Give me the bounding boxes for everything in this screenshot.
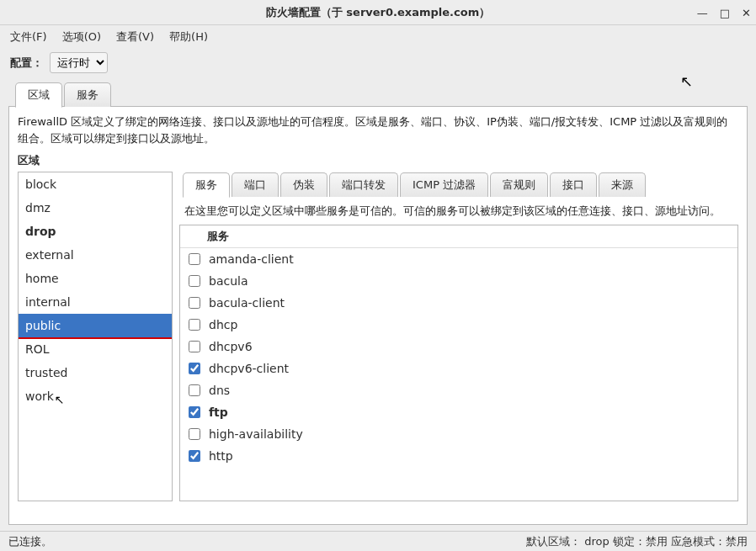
service-row-dns[interactable]: dns bbox=[180, 379, 737, 401]
subtab-portfwd[interactable]: 端口转发 bbox=[329, 172, 398, 197]
minimize-button[interactable]: — bbox=[697, 7, 708, 19]
window-titlebar: 防火墙配置（于 server0.example.com） — □ ✕ bbox=[0, 0, 756, 25]
config-select[interactable]: 运行时 bbox=[50, 52, 108, 73]
services-panel: 服务 amanda-clientbaculabacula-clientdhcpd… bbox=[179, 225, 738, 502]
service-checkbox-amanda-client[interactable] bbox=[189, 253, 200, 265]
zone-item-block[interactable]: block bbox=[19, 172, 172, 196]
service-label: dns bbox=[209, 384, 230, 397]
service-checkbox-ftp[interactable] bbox=[189, 406, 200, 418]
close-button[interactable]: ✕ bbox=[742, 7, 751, 19]
service-label: bacula-client bbox=[209, 296, 285, 310]
service-row-bacula-client[interactable]: bacula-client bbox=[180, 292, 737, 314]
zone-list[interactable]: blockdmzdropexternalhomeinternalpublicRO… bbox=[18, 172, 173, 501]
maximize-button[interactable]: □ bbox=[720, 7, 730, 19]
service-checkbox-dns[interactable] bbox=[189, 384, 200, 396]
services-description: 在这里您可以定义区域中哪些服务是可信的。可信的服务可以被绑定到该区域的任意连接、… bbox=[179, 196, 738, 225]
zone-detail-panel: 服务 端口 伪装 端口转发 ICMP 过滤器 富规则 接口 来源 在这里您可以定… bbox=[179, 172, 738, 501]
main-tabs: 区域 服务 bbox=[0, 82, 756, 107]
subtab-ifaces[interactable]: 接口 bbox=[550, 172, 597, 197]
menu-view[interactable]: 查看(V) bbox=[116, 29, 154, 45]
status-connection: 已连接。 bbox=[8, 534, 52, 549]
statusbar: 已连接。 默认区域： drop 锁定：禁用 应急模式：禁用 bbox=[0, 531, 756, 551]
menu-options[interactable]: 选项(O) bbox=[62, 29, 101, 45]
zone-item-external[interactable]: external bbox=[19, 243, 172, 267]
service-label: ftp bbox=[209, 405, 228, 419]
service-label: high-availability bbox=[209, 427, 303, 441]
menubar: 文件(F) 选项(O) 查看(V) 帮助(H) bbox=[0, 25, 756, 49]
service-checkbox-high-availability[interactable] bbox=[189, 428, 200, 440]
tab-zone[interactable]: 区域 bbox=[15, 82, 62, 108]
service-row-ftp[interactable]: ftp bbox=[180, 401, 737, 423]
subtab-icmp[interactable]: ICMP 过滤器 bbox=[400, 172, 488, 197]
zone-item-dmz[interactable]: dmz bbox=[19, 196, 172, 220]
service-checkbox-http[interactable] bbox=[189, 450, 200, 462]
service-row-high-availability[interactable]: high-availability bbox=[180, 423, 737, 445]
zone-item-work[interactable]: work bbox=[19, 384, 172, 408]
main-panel: FirewallD 区域定义了绑定的网络连接、接口以及源地址的可信程度。区域是服… bbox=[8, 106, 748, 525]
subtab-services[interactable]: 服务 bbox=[183, 172, 230, 198]
service-checkbox-dhcpv6[interactable] bbox=[189, 341, 200, 352]
service-label: dhcpv6 bbox=[209, 340, 253, 353]
service-label: dhcpv6-client bbox=[209, 362, 289, 375]
subtab-ports[interactable]: 端口 bbox=[232, 172, 279, 197]
window-title: 防火墙配置（于 server0.example.com） bbox=[266, 5, 490, 20]
zone-item-ROL[interactable]: ROL bbox=[19, 337, 172, 361]
annotation-underline bbox=[19, 337, 172, 339]
menu-help[interactable]: 帮助(H) bbox=[169, 29, 208, 45]
subtab-rich[interactable]: 富规则 bbox=[490, 172, 548, 197]
service-row-amanda-client[interactable]: amanda-client bbox=[180, 248, 737, 270]
tab-service[interactable]: 服务 bbox=[64, 82, 111, 107]
service-row-dhcp[interactable]: dhcp bbox=[180, 314, 737, 336]
zone-item-home[interactable]: home bbox=[19, 267, 172, 290]
zone-item-trusted[interactable]: trusted bbox=[19, 361, 172, 384]
menu-file[interactable]: 文件(F) bbox=[10, 29, 47, 45]
config-row: 配置： 运行时 bbox=[0, 49, 756, 82]
zone-description: FirewallD 区域定义了绑定的网络连接、接口以及源地址的可信程度。区域是服… bbox=[18, 114, 738, 146]
service-row-dhcpv6-client[interactable]: dhcpv6-client bbox=[180, 358, 737, 379]
service-label: dhcp bbox=[209, 318, 237, 331]
service-row-bacula[interactable]: bacula bbox=[180, 270, 737, 292]
service-row-dhcpv6[interactable]: dhcpv6 bbox=[180, 336, 737, 358]
service-checkbox-bacula[interactable] bbox=[189, 275, 200, 287]
services-list[interactable]: amanda-clientbaculabacula-clientdhcpdhcp… bbox=[180, 248, 737, 501]
subtab-sources[interactable]: 来源 bbox=[599, 172, 646, 197]
service-checkbox-dhcp[interactable] bbox=[189, 319, 200, 331]
zone-item-public[interactable]: public bbox=[19, 314, 172, 337]
config-label: 配置： bbox=[10, 56, 43, 71]
subtab-masq[interactable]: 伪装 bbox=[280, 172, 327, 197]
service-label: bacula bbox=[209, 274, 248, 288]
zone-item-drop[interactable]: drop bbox=[19, 220, 172, 243]
service-label: amanda-client bbox=[209, 252, 294, 266]
service-checkbox-bacula-client[interactable] bbox=[189, 297, 200, 309]
status-summary: 默认区域： drop 锁定：禁用 应急模式：禁用 bbox=[526, 534, 748, 549]
service-checkbox-dhcpv6-client[interactable] bbox=[189, 363, 200, 374]
services-header-label: 服务 bbox=[207, 229, 229, 244]
zone-heading: 区域 bbox=[18, 153, 738, 168]
zone-item-internal[interactable]: internal bbox=[19, 290, 172, 314]
sub-tabs: 服务 端口 伪装 端口转发 ICMP 过滤器 富规则 接口 来源 bbox=[179, 172, 738, 197]
services-header: 服务 bbox=[180, 225, 737, 248]
service-row-http[interactable]: http bbox=[180, 445, 737, 467]
service-label: http bbox=[209, 449, 233, 463]
